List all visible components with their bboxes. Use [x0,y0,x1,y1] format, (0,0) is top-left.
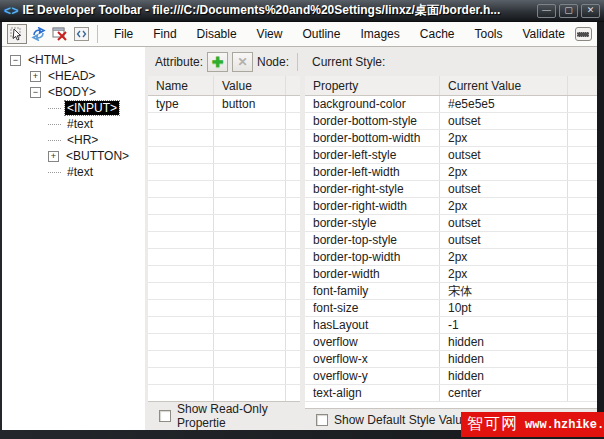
attribute-name-cell [148,351,214,367]
menus: FileFindDisableViewOutlineImagesCacheToo… [104,24,575,44]
menu-item-file[interactable]: File [104,24,143,44]
style-row[interactable]: border-bottom-styleoutset [305,113,597,130]
attribute-empty-row[interactable] [148,385,300,401]
tree-item[interactable]: #text [2,116,145,132]
delete-attribute-button[interactable]: ✕ [232,52,253,72]
attribute-empty-row[interactable] [148,164,300,181]
style-property-cell: border-style [305,215,440,231]
attribute-empty-row[interactable] [148,215,300,232]
attribute-name-cell [148,283,214,299]
style-property-cell: hasLayout [305,317,440,333]
attribute-empty-row[interactable] [148,317,300,334]
column-header-name[interactable]: Name [148,76,214,95]
style-row[interactable]: hasLayout-1 [305,317,597,334]
style-row[interactable]: border-right-width2px [305,198,597,215]
column-header-value[interactable]: Value [214,76,286,95]
menu-item-find[interactable]: Find [143,24,186,44]
style-value-cell: -1 [440,317,568,333]
style-row[interactable]: border-left-width2px [305,164,597,181]
style-property-cell: border-right-width [305,198,440,214]
attribute-empty-row[interactable] [148,300,300,317]
select-element-icon[interactable] [7,24,27,44]
menu-item-disable[interactable]: Disable [187,24,247,44]
tree-item[interactable]: −<HTML> [2,52,145,68]
attribute-value-cell [214,130,286,146]
expand-plus-icon[interactable]: + [30,71,41,82]
style-property-cell: text-align [305,385,440,401]
tree-item[interactable]: −<BODY> [2,84,145,100]
empty-cell [286,385,300,401]
style-row[interactable]: border-styleoutset [305,215,597,232]
empty-cell [568,215,597,231]
attribute-empty-row[interactable] [148,130,300,147]
attribute-empty-row[interactable] [148,334,300,351]
titlebar[interactable]: < > IE Developer Toolbar - file:///C:/Do… [0,0,604,22]
tree-item-label: <BODY> [46,85,98,99]
style-row[interactable]: background-color#e5e5e5 [305,96,597,113]
tree-item[interactable]: +<HEAD> [2,68,145,84]
style-row[interactable]: overflow-xhidden [305,351,597,368]
attribute-empty-row[interactable] [148,368,300,385]
style-row[interactable]: overflowhidden [305,334,597,351]
view-source-icon[interactable] [72,24,92,44]
attribute-empty-row[interactable] [148,283,300,300]
close-button[interactable]: ✕ [581,4,600,18]
tree-item[interactable]: <HR> [2,132,145,148]
minimize-button[interactable]: — [537,4,556,18]
column-header-property[interactable]: Property [305,76,440,95]
maximize-button[interactable]: ▢ [559,4,578,18]
menu-item-cache[interactable]: Cache [410,24,465,44]
attribute-empty-row[interactable] [148,181,300,198]
clear-highlight-icon[interactable] [50,24,70,44]
style-value-cell: hidden [440,351,568,367]
empty-cell [568,249,597,265]
style-table-header: Property Current Value [305,76,597,96]
style-row[interactable]: border-top-styleoutset [305,232,597,249]
style-property-cell: font-family [305,283,440,299]
style-row[interactable]: border-right-styleoutset [305,181,597,198]
attribute-empty-row[interactable] [148,249,300,266]
menu-item-view[interactable]: View [247,24,293,44]
collapse-minus-icon[interactable]: − [10,55,21,66]
tree-item[interactable]: +<BUTTON> [2,148,145,164]
empty-cell [286,300,300,316]
menu-item-validate[interactable]: Validate [513,24,575,44]
attribute-empty-row[interactable] [148,198,300,215]
expand-plus-icon[interactable]: + [48,151,59,162]
attribute-empty-row[interactable] [148,232,300,249]
attribute-empty-row[interactable] [148,351,300,368]
style-row[interactable]: font-family宋体 [305,283,597,300]
style-row[interactable]: text-aligncenter [305,385,597,402]
collapse-minus-icon[interactable]: − [30,87,41,98]
show-readonly-checkbox[interactable] [159,410,171,422]
empty-cell [286,198,300,214]
attribute-empty-row[interactable] [148,147,300,164]
column-header-current-value[interactable]: Current Value [440,76,568,95]
show-default-style-checkbox[interactable] [316,414,328,426]
add-attribute-button[interactable]: ✚ [207,52,228,72]
style-row[interactable]: border-top-width2px [305,249,597,266]
style-row[interactable]: border-width2px [305,266,597,283]
menu-item-images[interactable]: Images [350,24,409,44]
attribute-empty-row[interactable] [148,113,300,130]
empty-cell [286,266,300,282]
empty-cell [568,351,597,367]
style-value-cell: outset [440,147,568,163]
style-row[interactable]: border-bottom-width2px [305,130,597,147]
pin-window-icon[interactable] [575,27,592,41]
style-row[interactable]: font-size10pt [305,300,597,317]
menu-item-tools[interactable]: Tools [464,24,512,44]
attribute-value-cell [214,351,286,367]
menu-item-outline[interactable]: Outline [292,24,350,44]
tree-item[interactable]: <INPUT> [2,100,145,116]
style-row[interactable]: border-left-styleoutset [305,147,597,164]
tree-item[interactable]: #text [2,164,145,180]
style-row[interactable]: overflow-yhidden [305,368,597,385]
attribute-value-cell [214,334,286,350]
attribute-row[interactable]: typebutton [148,96,300,113]
refresh-icon[interactable] [29,24,49,44]
empty-cell [568,198,597,214]
tree-item-label: #text [65,165,95,179]
attribute-empty-row[interactable] [148,266,300,283]
dom-tree-panel: −<HTML>+<HEAD>−<BODY><INPUT>#text<HR>+<B… [2,47,145,430]
